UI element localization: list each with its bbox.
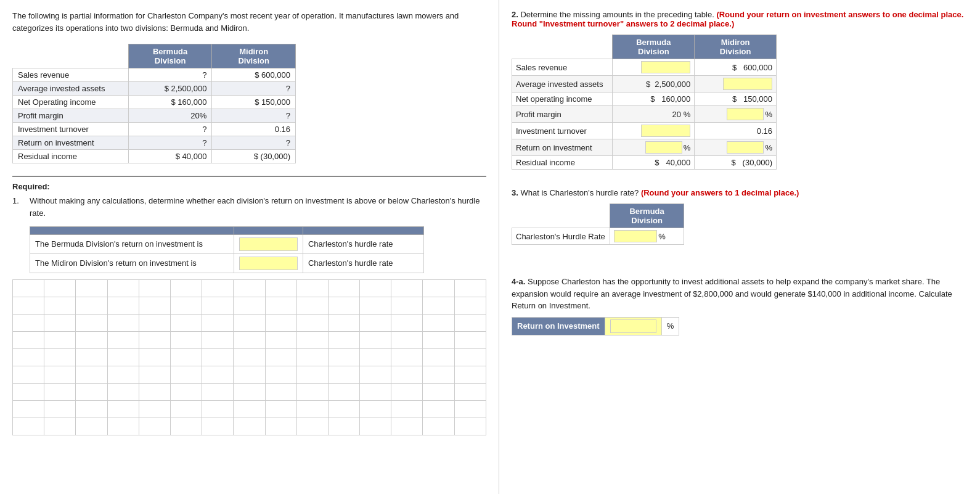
q2-pm-midiron-input[interactable] — [727, 108, 764, 120]
q2-ri-midiron: $ (30,000) — [695, 156, 777, 170]
grid-cell — [423, 280, 454, 297]
q1-row-midiron: The Midiron Division's return on investm… — [30, 254, 424, 273]
grid-cell — [265, 315, 296, 332]
grid-cell — [265, 280, 296, 297]
row-bermuda: 20% — [128, 109, 212, 123]
grid-cell — [44, 366, 76, 384]
q3-input-cell[interactable]: % — [610, 228, 684, 245]
grid-cell — [360, 315, 391, 332]
q2-sales-bermuda[interactable] — [613, 59, 695, 76]
q2-roi-midiron[interactable]: % — [695, 139, 777, 156]
q2-roi-bermuda-input[interactable] — [645, 141, 682, 154]
q3-input-wrap[interactable]: % — [614, 230, 666, 242]
grid-cell — [107, 366, 139, 384]
grid-cell — [139, 315, 170, 332]
grid-cell — [328, 297, 359, 315]
grid-row — [13, 297, 486, 315]
grid-row — [13, 418, 486, 435]
grid-cell — [296, 401, 328, 418]
info-table-midiron-header: MidironDivision — [212, 44, 296, 68]
q2-ri-bermuda: $ 40,000 — [613, 156, 695, 170]
q2-pm-midiron-input-wrap[interactable]: % — [727, 108, 772, 120]
grid-cell — [328, 384, 359, 401]
grid-cell — [265, 418, 296, 435]
grid-cell — [391, 332, 423, 349]
grid-cell — [265, 332, 296, 349]
grid-cell — [76, 349, 107, 366]
grid-cell — [139, 418, 170, 435]
q2-roi-midiron-wrap[interactable]: % — [727, 141, 772, 154]
q2-aia-midiron[interactable] — [695, 76, 777, 93]
table-row: Net Operating income $ 160,000 $ 150,000 — [13, 96, 296, 109]
left-panel: The following is partial information for… — [0, 0, 499, 494]
required-title: Required: — [12, 182, 486, 191]
q2-sales-midiron: $ 600,000 — [695, 59, 777, 76]
q2-it-bermuda[interactable] — [613, 123, 695, 139]
q2-sales-bermuda-input[interactable] — [641, 61, 690, 73]
q2-it-bermuda-input[interactable] — [641, 125, 690, 137]
row-midiron: 0.16 — [212, 123, 296, 136]
q1-midiron-input[interactable] — [239, 257, 298, 270]
grid-cell — [423, 297, 454, 315]
grid-cell — [107, 332, 139, 349]
q4a-input-cell[interactable] — [605, 317, 661, 335]
q2-roi-bermuda-wrap[interactable]: % — [645, 141, 691, 154]
q2-it-label: Investment turnover — [512, 123, 613, 139]
grid-cell — [107, 418, 139, 435]
q1-bermuda-input[interactable] — [239, 237, 298, 251]
grid-cell — [44, 315, 76, 332]
row-label: Residual income — [13, 150, 129, 163]
q1-header-col1 — [30, 227, 234, 235]
q4a-roi-input[interactable] — [610, 319, 656, 333]
info-table: BermudaDivision MidironDivision Sales re… — [12, 44, 296, 163]
grid-cell — [13, 366, 44, 384]
q2-pm-midiron[interactable]: % — [695, 106, 777, 123]
q1-bermuda-suffix: Charleston's hurdle rate — [303, 235, 423, 254]
grid-cell — [234, 349, 265, 366]
grid-cell — [296, 315, 328, 332]
grid-cell — [423, 332, 454, 349]
grid-cell — [107, 349, 139, 366]
q4a-num: 4-a. — [512, 277, 525, 286]
q1-bermuda-input-cell[interactable] — [234, 235, 303, 254]
table-row: Sales revenue ? $ 600,000 — [13, 68, 296, 82]
grid-cell — [76, 384, 107, 401]
grid-cell — [360, 401, 391, 418]
grid-row — [13, 280, 486, 297]
q2-roi-midiron-input[interactable] — [727, 141, 764, 154]
q2-midiron-header: MidironDivision — [695, 35, 777, 59]
grid-cell — [423, 384, 454, 401]
grid-cell — [76, 401, 107, 418]
grid-cell — [391, 349, 423, 366]
q2-aia-midiron-input[interactable] — [723, 78, 772, 90]
grid-cell — [170, 401, 202, 418]
row-midiron: ? — [212, 109, 296, 123]
q2-table: BermudaDivision MidironDivision Sales re… — [512, 35, 777, 170]
grid-row — [13, 349, 486, 366]
q1-midiron-input-cell[interactable] — [234, 254, 303, 273]
q1-row-bermuda: The Bermuda Division's return on investm… — [30, 235, 424, 254]
q2-row-aia: Average invested assets $ 2,500,000 — [512, 76, 777, 93]
q4a-section: 4-a. Suppose Charleston has the opportun… — [512, 276, 968, 336]
q2-aia-bermuda-prefix: $ — [646, 80, 650, 89]
q2-note: (Round your return on investment answers… — [512, 10, 963, 28]
q2-noi-label: Net operating income — [512, 93, 613, 106]
row-midiron: ? — [212, 136, 296, 150]
q2-num: 2. — [512, 10, 518, 19]
row-midiron: $ 600,000 — [212, 68, 296, 82]
q3-hurdle-input[interactable] — [614, 230, 657, 242]
grid-cell — [13, 384, 44, 401]
grid-cell — [76, 366, 107, 384]
q2-roi-bermuda[interactable]: % — [613, 139, 695, 156]
q1-midiron-label: The Midiron Division's return on investm… — [30, 254, 234, 273]
grid-cell — [170, 332, 202, 349]
grid-cell — [296, 280, 328, 297]
grid-cell — [44, 401, 76, 418]
q2-ri-label: Residual income — [512, 156, 613, 170]
grid-cell — [328, 418, 359, 435]
q2-row-ri: Residual income $ 40,000 $ (30,000) — [512, 156, 777, 170]
grid-table — [12, 279, 486, 435]
grid-row — [13, 384, 486, 401]
q2-row-roi: Return on investment % % — [512, 139, 777, 156]
separator — [12, 176, 486, 177]
